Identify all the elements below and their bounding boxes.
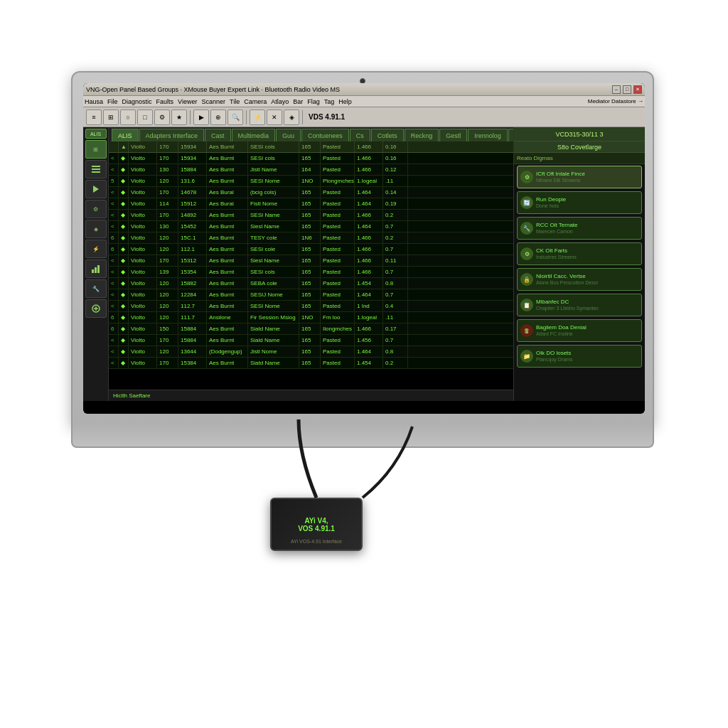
col-h-status[interactable]: Pasted xyxy=(321,141,355,152)
table-row[interactable]: < ◆ Violto 170 15384 Aes Burnt Siatd Nam… xyxy=(109,358,513,369)
close-button[interactable]: ✕ xyxy=(633,85,642,94)
col-h-num3[interactable]: 165 xyxy=(299,141,321,152)
vcd-label: VCD315-30/11 3 xyxy=(555,131,603,138)
right-btn-8[interactable]: 📁 Olk DO losets Plancqoy Drams xyxy=(517,345,642,368)
col-h-sort[interactable]: ▲ xyxy=(119,141,129,152)
cell-v3: 1.464 xyxy=(355,346,383,357)
menu-hausa[interactable]: Hausa xyxy=(85,98,103,105)
tool-btn-9[interactable]: 🔍 xyxy=(228,109,243,125)
menu-help[interactable]: Help xyxy=(338,98,352,105)
right-btn-6-icon: 📋 xyxy=(520,299,533,311)
col-h-v3[interactable]: 1.466 xyxy=(355,141,383,152)
tab-cs[interactable]: Cs xyxy=(350,129,370,141)
col-h-violto[interactable]: Violto xyxy=(129,141,157,152)
table-row[interactable]: < ◆ Violto 120 13644 (Dodgengup) Jistl N… xyxy=(109,346,513,358)
menu-file[interactable]: File xyxy=(107,98,118,105)
right-btn-5[interactable]: 🔒 Nloirtll Cacc. Vertse Alone Bus Persco… xyxy=(517,268,642,291)
tool-btn-12[interactable]: ◈ xyxy=(284,109,299,125)
tab-alis[interactable]: ALIS xyxy=(112,129,139,141)
table-row[interactable]: < ◆ Violto 170 14892 Aes Burnt SESI Name… xyxy=(109,210,513,221)
table-row[interactable]: < ◆ Violto 130 15884 Aes Burnt Jistl Nam… xyxy=(109,164,513,176)
minimize-button[interactable]: – xyxy=(612,85,621,94)
table-row[interactable]: 5 ◆ Violto 120 131.6 Aes Burnt SESI Nome… xyxy=(109,176,513,187)
table-row[interactable]: < ◆ Violto 120 15882 Aes Burnt SEBA cole… xyxy=(109,278,513,289)
cell-marker: ◆ xyxy=(119,301,129,311)
right-btn-4-text: CK Olt Farts Industres Streams xyxy=(536,247,577,259)
sidebar-icon-4[interactable]: ⚙ xyxy=(85,200,107,218)
tab-reckng[interactable]: Reckng xyxy=(405,129,439,141)
right-btn-7[interactable]: 🗑 Bagliem Doa Denial Atlant FC Instine xyxy=(517,319,642,342)
sidebar-icon-9[interactable] xyxy=(85,299,107,318)
right-btn-4[interactable]: ⚙ CK Olt Farts Industres Streams xyxy=(517,242,642,265)
sidebar-icon-8[interactable]: 🔧 xyxy=(85,279,107,298)
tab-gestl[interactable]: Gestl xyxy=(439,129,467,141)
tab-cotlets[interactable]: Cotlets xyxy=(371,129,404,141)
table-row[interactable]: < ◆ Violto 114 15912 Aes Bural Fistl Nom… xyxy=(109,198,513,210)
table-row[interactable]: < ◆ Violto 170 15934 Aes Burnt SESI cols… xyxy=(109,153,513,164)
sidebar-icon-7[interactable] xyxy=(85,259,107,278)
table-row[interactable]: < ◆ Violto 120 112.7 Aes Burnt SESI Nome… xyxy=(109,301,513,312)
tab-contuenees[interactable]: Contuenees xyxy=(301,129,349,141)
right-btn-1[interactable]: ⚙ ICft Oft Intale Fince Nthane DB Stream… xyxy=(517,166,642,188)
menu-flag[interactable]: Flag xyxy=(307,98,320,105)
tab-gov[interactable]: Gov xyxy=(508,129,513,141)
right-btn-3-icon: 🔧 xyxy=(520,222,533,235)
table-row[interactable]: 6 ◆ Violto 150 15884 Aes Burnt Siatd Nam… xyxy=(109,323,513,335)
sidebar-icon-6[interactable]: ⚡ xyxy=(85,240,107,258)
menu-faults[interactable]: Faults xyxy=(156,98,174,105)
cell-num1: 165 xyxy=(299,153,321,164)
menu-tag[interactable]: Tag xyxy=(324,98,335,105)
tool-btn-3[interactable]: ○ xyxy=(120,109,136,125)
table-row[interactable]: 6 ◆ Violto 120 15C.1 Aes Burnt TESY cole… xyxy=(109,232,513,244)
table-row[interactable]: < ◆ Violto 130 15452 Aes Burnt Siesl Nam… xyxy=(109,221,513,232)
right-btn-2[interactable]: 🔄 Run Deople Done hots xyxy=(517,191,642,214)
table-row[interactable]: 6 ◆ Violto 120 111.7 Ansilone Fir Sessio… xyxy=(109,312,513,323)
sidebar-icon-3[interactable] xyxy=(85,180,107,198)
tab-guu[interactable]: Guu xyxy=(276,129,301,141)
table-row[interactable]: 6 ◆ Violto 120 112.1 Aes Burnt SESI cole… xyxy=(109,244,513,255)
menu-scanner[interactable]: Scanner xyxy=(201,98,225,105)
cell-arrow: < xyxy=(109,278,119,289)
table-row[interactable]: < ◆ Violto 120 12284 Aes Burnt SESIJ Nom… xyxy=(109,289,513,301)
right-btn-6[interactable]: 📋 Mlbanfec DC Chapiter 3 Lbisho Symantec xyxy=(517,294,642,316)
cell-type: Violto xyxy=(129,198,157,209)
cell-status: Pasted xyxy=(321,187,355,198)
col-h-num1[interactable]: 170 xyxy=(157,141,178,152)
maximize-button[interactable]: □ xyxy=(623,85,631,94)
sidebar-icon-1[interactable]: ⊞ xyxy=(85,140,107,159)
tab-adapters[interactable]: Adapters Interface xyxy=(139,129,205,141)
table-row[interactable]: < ◆ Violto 170 15312 Aes Burnt Siesl Nam… xyxy=(109,255,513,267)
table-row[interactable]: < ◆ Violto 170 14678 Aes Bural (bcig col… xyxy=(109,187,513,198)
cell-marker: ◆ xyxy=(119,164,129,175)
table-row[interactable]: < ◆ Violto 139 15354 Aes Burnt SESI cols… xyxy=(109,267,513,278)
col-h-num2[interactable]: 15934 xyxy=(178,141,207,152)
sidebar-icon-2[interactable] xyxy=(85,160,107,178)
tool-btn-2[interactable]: ⊞ xyxy=(103,109,119,125)
tool-btn-5[interactable]: ⚙ xyxy=(154,109,170,125)
cell-label: Aes Burnt xyxy=(207,323,248,334)
tool-btn-10[interactable]: ⚡ xyxy=(250,109,265,125)
tab-irennolog[interactable]: Irennolog xyxy=(468,129,508,141)
col-h-label[interactable]: Aes Burnt xyxy=(207,141,248,152)
tool-btn-11[interactable]: ✕ xyxy=(267,109,282,125)
tab-multimedia[interactable]: Multimedia xyxy=(232,129,276,141)
tab-cast[interactable]: Cast xyxy=(205,129,231,141)
tool-btn-7[interactable]: ▶ xyxy=(193,109,209,125)
sidebar-icon-5[interactable]: ◈ xyxy=(85,220,107,238)
menu-viewer[interactable]: Viewer xyxy=(178,98,197,105)
tool-btn-4[interactable]: □ xyxy=(137,109,153,125)
cell-name: Siatd Name xyxy=(248,358,299,368)
menu-camera[interactable]: Camera xyxy=(244,98,267,105)
sidebar-label-alis: ALIS xyxy=(85,129,107,139)
col-h-name[interactable]: SESI cols xyxy=(248,141,299,152)
table-row[interactable]: < ◆ Violto 170 15884 Aes Burnt Siald Nam… xyxy=(109,335,513,346)
right-btn-3[interactable]: 🔧 RCC Olt Ternate Marecen Camon xyxy=(517,217,642,240)
col-h-v4[interactable]: 0.16 xyxy=(383,141,408,152)
menu-tile[interactable]: Tile xyxy=(230,98,240,105)
menu-atlayo[interactable]: Atlayo xyxy=(271,98,289,105)
menu-bar[interactable]: Bar xyxy=(293,98,303,105)
menu-diagnostic[interactable]: Diagnostic xyxy=(122,98,152,105)
tool-btn-8[interactable]: ⊕ xyxy=(210,109,226,125)
tool-btn-6[interactable]: ★ xyxy=(171,109,187,125)
tool-btn-1[interactable]: ≡ xyxy=(86,109,102,125)
